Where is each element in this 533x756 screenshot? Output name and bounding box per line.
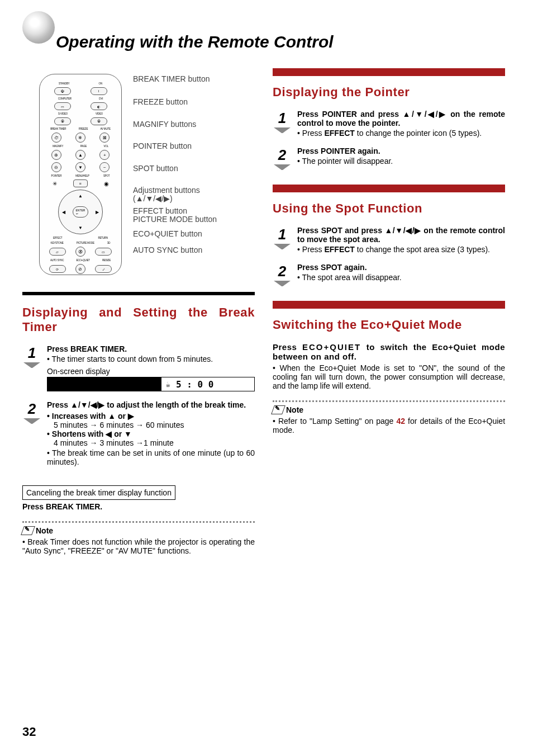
remote-callouts: BREAK TIMER button FREEZE button MAGNIFY… [133,74,217,275]
callout-freeze: FREEZE button [133,98,217,106]
cancel-box: Canceling the break timer display functi… [22,485,175,500]
section-divider [22,292,255,295]
note-body: Break Timer does not function while the … [22,537,255,555]
step2-decrease-head: • Shortens with ◀ or ▼ [47,429,255,438]
section-heading-spot: Using the Spot Function [273,201,505,216]
eco-press-instruction: Press ECO+QUIET to switch the Eco+Quiet … [273,342,505,361]
callout-break-timer: BREAK TIMER button [133,75,217,83]
callout-eco-quiet: ECO+QUIET button [133,230,217,238]
callout-effect: EFFECT button [133,207,217,215]
section-divider-red [273,68,505,76]
step2-units-note: The break time can be set in units of on… [47,448,255,466]
pointer-step2-instruction: Press POINTER again. [297,147,505,155]
callout-adjustment: Adjustment buttons [133,186,217,195]
step-number-icon: 2 [273,147,292,168]
on-screen-display: ☕5 : 0 0 [47,377,255,391]
left-column: STANDBYON ⏻I COMPUTERDVI ▭◐ S-VIDEOVIDEO… [22,68,255,555]
section-divider-red [273,185,505,192]
page-reference-link[interactable]: 42 [396,417,405,426]
note-heading: Note [22,526,255,535]
note-icon [271,405,285,414]
section-heading-break-timer: Displaying and Setting the Break Timer [22,305,255,334]
step-number-icon: 1 [22,344,41,366]
step2-instruction: Press ▲/▼/◀/▶ to adjust the length of th… [47,400,255,409]
note-icon [21,526,35,535]
page-number: 32 [22,725,36,739]
cancel-press-line: Press BREAK TIMER. [22,502,255,511]
break-timer-step-2: 2 Press ▲/▼/◀/▶ to adjust the length of … [22,400,255,466]
remote-illustration: STANDBYON ⏻I COMPUTERDVI ▭◐ S-VIDEOVIDEO… [39,74,122,275]
break-timer-step-1: 1 Press BREAK TIMER. The timer starts to… [22,344,255,391]
header-decorative-circle [22,11,55,44]
spot-step-2: 2 Press SPOT again. The spot area will d… [273,263,505,284]
cup-icon: ☕ [166,380,170,389]
note-separator [273,400,505,402]
callout-auto-sync: AUTO SYNC button [133,246,217,254]
step2-increase-head: • Increases with ▲ or ▶ [47,412,255,420]
pointer-step1-instruction: Press POINTER and press ▲/▼/◀/▶ on the r… [297,110,505,127]
callout-spot: SPOT button [133,164,217,173]
callout-magnify: MAGNIFY buttons [133,120,217,129]
timer-value: 5 : 0 0 [176,379,213,390]
pointer-step2-bullet: The pointer will disappear. [297,157,505,166]
step1-bullet: The timer starts to count down from 5 mi… [47,355,255,363]
pointer-step-2: 2 Press POINTER again. The pointer will … [273,147,505,168]
spot-step2-instruction: Press SPOT again. [297,263,505,272]
callout-pointer: POINTER button [133,142,217,150]
step-number-icon: 2 [273,263,292,284]
spot-step1-bullet: Press EFFECT to change the spot area siz… [297,245,505,254]
callout-picture-mode: PICTURE MODE button [133,215,217,224]
section-heading-eco: Switching the Eco+Quiet Mode [273,318,505,332]
section-divider-red [273,301,505,309]
step-number-icon: 1 [273,226,292,247]
pointer-step1-bullet: Press EFFECT to change the pointer icon … [297,129,505,138]
page-title: Operating with the Remote Control [56,32,505,51]
step-number-icon: 1 [273,110,292,131]
right-column: Displaying the Pointer 1 Press POINTER a… [273,68,505,555]
step2-increase-detail: 5 minutes → 6 minutes → 60 minutes [54,420,255,429]
step-number-icon: 2 [22,400,41,422]
note-separator [22,521,255,523]
pointer-step-1: 1 Press POINTER and press ▲/▼/◀/▶ on the… [273,110,505,138]
eco-note-body: Refer to "Lamp Setting" on page 42 for d… [273,417,505,434]
spot-step1-instruction: Press SPOT and press ▲/▼/◀/▶ on the remo… [297,226,505,244]
callout-adjustment-arrows: (▲/▼/◀/▶) [133,195,217,203]
spot-step2-bullet: The spot area will disappear. [297,273,505,282]
osd-label: On-screen display [47,367,255,376]
spot-step-1: 1 Press SPOT and press ▲/▼/◀/▶ on the re… [273,226,505,254]
step1-instruction: Press BREAK TIMER. [47,344,255,353]
section-heading-pointer: Displaying the Pointer [273,85,505,100]
step2-decrease-detail: 4 minutes → 3 minutes →1 minute [54,438,255,447]
eco-description: When the Eco+Quiet Mode is set to "ON", … [273,363,505,390]
note-heading: Note [273,405,505,414]
